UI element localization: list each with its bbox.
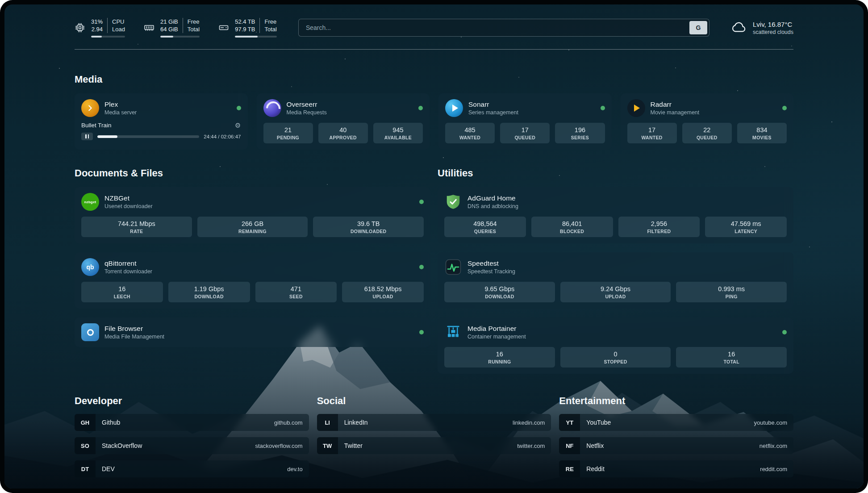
status-online-dot (419, 330, 424, 334)
app-card-qbittorrent[interactable]: qb qBittorrent Torrent downloader 16 (75, 252, 430, 309)
app-description: Torrent downloader (104, 268, 152, 275)
app-card-plex[interactable]: Plex Media server Bullet Train ⚙ (75, 93, 248, 150)
stat-series: 196 SERIES (555, 123, 605, 143)
stat-blocked: 86,401 BLOCKED (531, 217, 613, 237)
documents-column: Documents & Files nzbget NZBGet Usenet d… (75, 150, 430, 347)
snow-stars-decoration (4, 4, 5, 5)
cpu-stat: 31% 2.94 CPU Load (75, 18, 125, 38)
app-description: Media File Management (104, 334, 164, 340)
section-title-entertainment: Entertainment (559, 395, 793, 407)
stat-queued: 22 QUEUED (682, 123, 732, 143)
stat-rate: 744.21 Mbps RATE (81, 217, 192, 237)
memory-total-value: 64 GiB (160, 25, 178, 33)
weather-location: Lviv, 16.87°C (753, 21, 793, 28)
settings-gear-icon[interactable]: ⚙ (235, 122, 241, 129)
app-card-portainer[interactable]: Media Portainer Container management 16 … (438, 318, 793, 374)
bookmark-abbr-badge: GH (75, 414, 96, 431)
bookmark-url: youtube.com (754, 419, 787, 426)
search-bar[interactable]: G (298, 19, 709, 37)
app-name: AdGuard Home (467, 194, 518, 202)
qbittorrent-icon: qb (81, 258, 99, 276)
app-card-sonarr[interactable]: Sonarr Series management 485 WANTED 17 Q… (438, 93, 612, 150)
cpu-usage-value: 31% (91, 18, 103, 25)
overseerr-icon (263, 99, 281, 117)
stat-approved: 40 APPROVED (318, 123, 368, 143)
app-description: Container management (467, 334, 526, 340)
cloud-icon (731, 20, 747, 35)
memory-free-value: 21 GiB (160, 18, 178, 25)
stat-stopped: 0 STOPPED (560, 347, 671, 368)
storage-stat: 52.4 TB 97.9 TB Free Total (218, 18, 277, 38)
status-online-dot (419, 265, 424, 269)
app-card-adguard[interactable]: AdGuard Home DNS and adblocking 498,564 … (438, 187, 793, 243)
stat-available: 945 AVAILABLE (373, 123, 423, 143)
stat-queries: 498,564 QUERIES (444, 217, 526, 237)
pause-icon[interactable] (81, 133, 93, 140)
app-name: File Browser (104, 325, 164, 333)
app-description: DNS and adblocking (467, 203, 518, 209)
app-card-overseerr[interactable]: Overseerr Media Requests 21 PENDING 40 A… (257, 93, 430, 150)
stat-leech: 16 LEECH (81, 282, 163, 302)
stat-upload: 618.52 Mbps UPLOAD (342, 282, 424, 302)
bookmark-name: Github (102, 419, 120, 426)
app-card-nzbget[interactable]: nzbget NZBGet Usenet downloader 744.21 M… (75, 187, 430, 243)
weather-condition: scattered clouds (753, 29, 793, 35)
app-name: Radarr (651, 100, 700, 109)
stat-movies: 834 MOVIES (737, 123, 787, 143)
app-card-filebrowser[interactable]: File Browser Media File Management (75, 318, 430, 347)
stat-pending: 21 PENDING (263, 123, 313, 143)
app-card-radarr[interactable]: Radarr Movie management 17 WANTED 22 QUE… (621, 93, 794, 150)
bookmark-reddit[interactable]: RE Reddit reddit.com (559, 460, 793, 477)
app-name: NZBGet (104, 194, 153, 202)
stat-seed: 471 SEED (255, 282, 337, 302)
disk-icon (218, 22, 229, 33)
bookmark-name: YouTube (586, 419, 611, 426)
app-description: Usenet downloader (104, 203, 153, 209)
app-name: Sonarr (468, 100, 518, 109)
plex-icon (81, 99, 99, 117)
bookmark-twitter[interactable]: TW Twitter twitter.com (317, 437, 551, 454)
bookmark-group-social: Social LI LinkedIn linkedin.com TW Twitt… (317, 374, 551, 477)
memory-progress-bar (160, 36, 200, 38)
portainer-icon (444, 323, 462, 341)
app-description: Series management (468, 109, 518, 116)
search-input[interactable] (300, 24, 689, 31)
stat-total: 16 TOTAL (676, 347, 787, 368)
section-title-media: Media (75, 74, 793, 85)
bookmark-abbr-badge: DT (75, 460, 96, 477)
bookmark-url: netflix.com (760, 443, 787, 449)
speedtest-icon (444, 258, 462, 276)
utilities-column: Utilities (438, 150, 793, 374)
bookmark-name: LinkedIn (344, 419, 368, 426)
bookmark-name: Twitter (344, 442, 363, 449)
bookmark-linkedin[interactable]: LI LinkedIn linkedin.com (317, 414, 551, 431)
stat-remaining: 266 GB REMAINING (197, 217, 308, 237)
stat-wanted: 17 WANTED (627, 123, 677, 143)
system-stats: 31% 2.94 CPU Load (75, 18, 277, 38)
cpu-load-value: 2.94 (92, 25, 103, 33)
bookmark-youtube[interactable]: YT YouTube youtube.com (559, 414, 793, 431)
bookmark-name: Reddit (586, 465, 604, 472)
section-title-developer: Developer (75, 395, 309, 407)
bookmark-name: DEV (102, 465, 115, 472)
playback-progress-bar[interactable] (97, 135, 199, 138)
bookmark-abbr-badge: NF (559, 437, 580, 454)
media-card-grid: Plex Media server Bullet Train ⚙ (75, 93, 793, 150)
memory-free-label: Free (188, 18, 200, 25)
bookmark-github[interactable]: GH Github github.com (75, 414, 309, 431)
filebrowser-icon (81, 323, 99, 341)
stat-queued: 17 QUEUED (500, 123, 550, 143)
section-title-utilities: Utilities (438, 167, 793, 179)
search-engine-button[interactable]: G (689, 21, 707, 34)
bookmark-stackoverflow[interactable]: SO StackOverflow stackoverflow.com (75, 437, 309, 454)
storage-total-label: Total (264, 25, 276, 33)
bookmark-url: reddit.com (760, 466, 787, 472)
bookmark-dev[interactable]: DT DEV dev.to (75, 460, 309, 477)
app-card-speedtest[interactable]: Speedtest Speedtest Tracking 9.65 Gbps D… (438, 252, 793, 309)
stat-filtered: 2,956 FILTERED (618, 217, 700, 237)
cpu-icon (75, 22, 85, 33)
bookmark-netflix[interactable]: NF Netflix netflix.com (559, 437, 793, 454)
stat-wanted: 485 WANTED (445, 123, 495, 143)
bookmarks-grid: Developer GH Github github.com SO StackO… (75, 374, 793, 477)
nzbget-icon: nzbget (81, 193, 99, 211)
